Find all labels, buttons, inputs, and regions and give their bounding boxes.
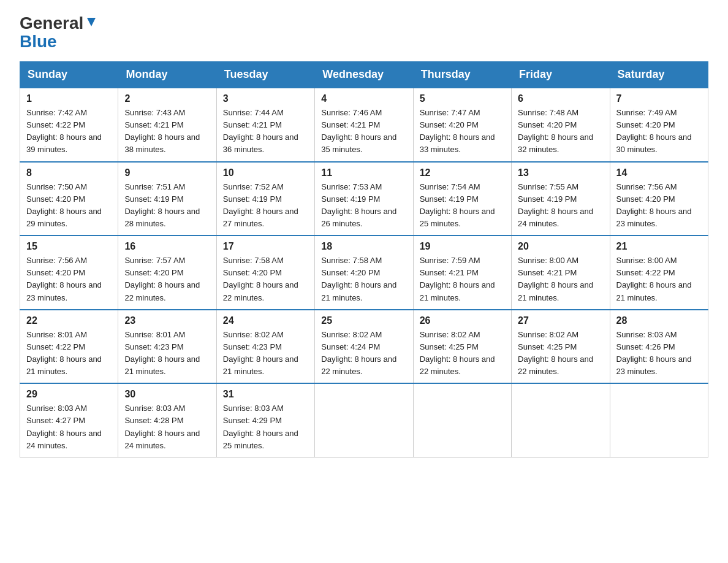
calendar-cell: 17Sunrise: 7:58 AMSunset: 4:20 PMDayligh…: [216, 236, 314, 310]
week-row-3: 15Sunrise: 7:56 AMSunset: 4:20 PMDayligh…: [20, 236, 708, 310]
logo-blue: Blue: [20, 32, 57, 52]
calendar-cell: 12Sunrise: 7:54 AMSunset: 4:19 PMDayligh…: [413, 162, 511, 236]
day-info: Sunrise: 7:56 AMSunset: 4:20 PMDaylight:…: [616, 181, 702, 231]
day-info: Sunrise: 7:54 AMSunset: 4:19 PMDaylight:…: [420, 181, 505, 231]
day-info: Sunrise: 7:43 AMSunset: 4:21 PMDaylight:…: [124, 107, 210, 156]
day-info: Sunrise: 7:47 AMSunset: 4:20 PMDaylight:…: [420, 107, 505, 156]
day-number: 2: [124, 93, 210, 104]
day-info: Sunrise: 8:01 AMSunset: 4:23 PMDaylight:…: [124, 329, 210, 378]
calendar-cell: 29Sunrise: 8:03 AMSunset: 4:27 PMDayligh…: [20, 383, 118, 457]
weekday-header-thursday: Thursday: [413, 62, 511, 88]
weekday-header-monday: Monday: [118, 62, 216, 88]
calendar-cell: 1Sunrise: 7:42 AMSunset: 4:22 PMDaylight…: [20, 88, 118, 162]
day-number: 5: [420, 93, 505, 104]
day-info: Sunrise: 8:02 AMSunset: 4:25 PMDaylight:…: [420, 329, 505, 378]
day-info: Sunrise: 8:03 AMSunset: 4:28 PMDaylight:…: [124, 402, 210, 452]
day-number: 11: [321, 167, 406, 178]
calendar-cell: 22Sunrise: 8:01 AMSunset: 4:22 PMDayligh…: [20, 310, 118, 384]
day-number: 4: [321, 93, 406, 104]
week-row-2: 8Sunrise: 7:50 AMSunset: 4:20 PMDaylight…: [20, 162, 708, 236]
logo-arrow-icon: [85, 15, 98, 29]
day-number: 7: [616, 93, 702, 104]
day-number: 6: [518, 93, 603, 104]
weekday-header-row: SundayMondayTuesdayWednesdayThursdayFrid…: [20, 62, 708, 88]
day-info: Sunrise: 7:48 AMSunset: 4:20 PMDaylight:…: [518, 107, 603, 156]
day-info: Sunrise: 8:02 AMSunset: 4:25 PMDaylight:…: [518, 329, 603, 378]
day-info: Sunrise: 8:00 AMSunset: 4:22 PMDaylight:…: [616, 255, 702, 304]
calendar-cell: 31Sunrise: 8:03 AMSunset: 4:29 PMDayligh…: [216, 383, 314, 457]
day-number: 27: [518, 315, 603, 326]
calendar-cell: 24Sunrise: 8:02 AMSunset: 4:23 PMDayligh…: [216, 310, 314, 384]
calendar-cell: 20Sunrise: 8:00 AMSunset: 4:21 PMDayligh…: [512, 236, 610, 310]
svg-marker-0: [87, 18, 96, 26]
day-number: 13: [518, 167, 603, 178]
logo-general: General: [20, 15, 83, 32]
calendar-cell: 18Sunrise: 7:58 AMSunset: 4:20 PMDayligh…: [315, 236, 413, 310]
calendar-cell: [512, 383, 610, 457]
day-number: 30: [124, 389, 210, 400]
calendar-cell: 2Sunrise: 7:43 AMSunset: 4:21 PMDaylight…: [118, 88, 216, 162]
calendar-cell: 14Sunrise: 7:56 AMSunset: 4:20 PMDayligh…: [610, 162, 708, 236]
logo: General Blue: [20, 15, 98, 52]
calendar-cell: 23Sunrise: 8:01 AMSunset: 4:23 PMDayligh…: [118, 310, 216, 384]
day-number: 14: [616, 167, 702, 178]
day-info: Sunrise: 7:58 AMSunset: 4:20 PMDaylight:…: [321, 255, 406, 304]
day-info: Sunrise: 7:44 AMSunset: 4:21 PMDaylight:…: [223, 107, 308, 156]
calendar-cell: [315, 383, 413, 457]
day-number: 19: [420, 241, 505, 252]
day-info: Sunrise: 8:02 AMSunset: 4:24 PMDaylight:…: [321, 329, 406, 378]
calendar-cell: 21Sunrise: 8:00 AMSunset: 4:22 PMDayligh…: [610, 236, 708, 310]
calendar-cell: 8Sunrise: 7:50 AMSunset: 4:20 PMDaylight…: [20, 162, 118, 236]
calendar-cell: 15Sunrise: 7:56 AMSunset: 4:20 PMDayligh…: [20, 236, 118, 310]
day-info: Sunrise: 7:42 AMSunset: 4:22 PMDaylight:…: [26, 107, 112, 156]
day-number: 1: [26, 93, 112, 104]
day-number: 15: [26, 241, 112, 252]
day-number: 29: [26, 389, 112, 400]
calendar-cell: 6Sunrise: 7:48 AMSunset: 4:20 PMDaylight…: [512, 88, 610, 162]
day-number: 31: [223, 389, 308, 400]
day-number: 18: [321, 241, 406, 252]
day-number: 21: [616, 241, 702, 252]
day-number: 10: [223, 167, 308, 178]
calendar-cell: 4Sunrise: 7:46 AMSunset: 4:21 PMDaylight…: [315, 88, 413, 162]
calendar-cell: 5Sunrise: 7:47 AMSunset: 4:20 PMDaylight…: [413, 88, 511, 162]
day-number: 16: [124, 241, 210, 252]
day-info: Sunrise: 7:53 AMSunset: 4:19 PMDaylight:…: [321, 181, 406, 231]
weekday-header-friday: Friday: [512, 62, 610, 88]
day-number: 3: [223, 93, 308, 104]
day-info: Sunrise: 7:58 AMSunset: 4:20 PMDaylight:…: [223, 255, 308, 304]
calendar-cell: 19Sunrise: 7:59 AMSunset: 4:21 PMDayligh…: [413, 236, 511, 310]
day-info: Sunrise: 8:03 AMSunset: 4:26 PMDaylight:…: [616, 329, 702, 378]
day-info: Sunrise: 7:59 AMSunset: 4:21 PMDaylight:…: [420, 255, 505, 304]
calendar-cell: [413, 383, 511, 457]
day-number: 26: [420, 315, 505, 326]
calendar-cell: 25Sunrise: 8:02 AMSunset: 4:24 PMDayligh…: [315, 310, 413, 384]
day-number: 12: [420, 167, 505, 178]
calendar-cell: 30Sunrise: 8:03 AMSunset: 4:28 PMDayligh…: [118, 383, 216, 457]
day-info: Sunrise: 7:46 AMSunset: 4:21 PMDaylight:…: [321, 107, 406, 156]
day-info: Sunrise: 7:51 AMSunset: 4:19 PMDaylight:…: [124, 181, 210, 231]
day-info: Sunrise: 8:02 AMSunset: 4:23 PMDaylight:…: [223, 329, 308, 378]
page-header: General Blue: [20, 15, 708, 52]
calendar-cell: 13Sunrise: 7:55 AMSunset: 4:19 PMDayligh…: [512, 162, 610, 236]
day-info: Sunrise: 8:03 AMSunset: 4:27 PMDaylight:…: [26, 402, 112, 452]
calendar-cell: [610, 383, 708, 457]
day-info: Sunrise: 7:52 AMSunset: 4:19 PMDaylight:…: [223, 181, 308, 231]
calendar-cell: 16Sunrise: 7:57 AMSunset: 4:20 PMDayligh…: [118, 236, 216, 310]
calendar-cell: 10Sunrise: 7:52 AMSunset: 4:19 PMDayligh…: [216, 162, 314, 236]
day-number: 9: [124, 167, 210, 178]
day-info: Sunrise: 7:56 AMSunset: 4:20 PMDaylight:…: [26, 255, 112, 304]
day-info: Sunrise: 7:55 AMSunset: 4:19 PMDaylight:…: [518, 181, 603, 231]
day-number: 8: [26, 167, 112, 178]
day-number: 23: [124, 315, 210, 326]
day-info: Sunrise: 8:00 AMSunset: 4:21 PMDaylight:…: [518, 255, 603, 304]
week-row-5: 29Sunrise: 8:03 AMSunset: 4:27 PMDayligh…: [20, 383, 708, 457]
day-info: Sunrise: 7:50 AMSunset: 4:20 PMDaylight:…: [26, 181, 112, 231]
day-info: Sunrise: 7:57 AMSunset: 4:20 PMDaylight:…: [124, 255, 210, 304]
day-info: Sunrise: 8:03 AMSunset: 4:29 PMDaylight:…: [223, 402, 308, 452]
calendar-table: SundayMondayTuesdayWednesdayThursdayFrid…: [20, 61, 708, 458]
weekday-header-tuesday: Tuesday: [216, 62, 314, 88]
day-number: 24: [223, 315, 308, 326]
day-info: Sunrise: 7:49 AMSunset: 4:20 PMDaylight:…: [616, 107, 702, 156]
calendar-cell: 28Sunrise: 8:03 AMSunset: 4:26 PMDayligh…: [610, 310, 708, 384]
